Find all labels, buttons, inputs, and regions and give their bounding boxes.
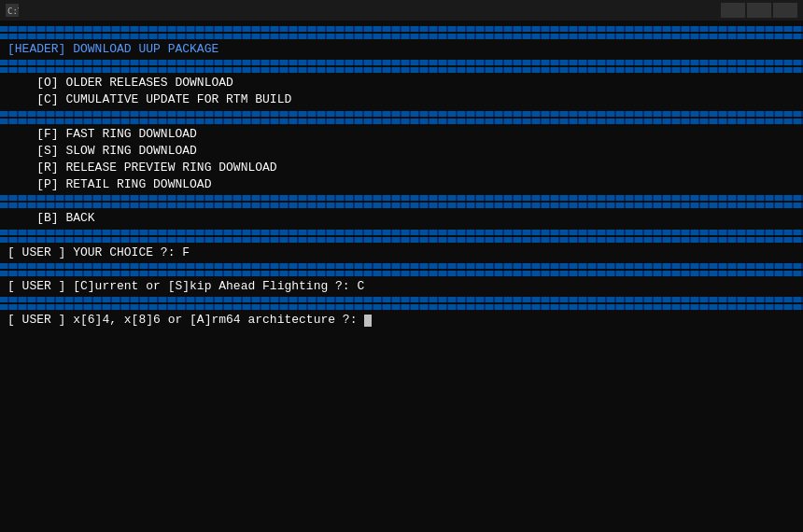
header-line: [HEADER] DOWNLOAD UUP PACKAGE (0, 41, 803, 58)
separator-line (0, 119, 803, 124)
option-line: [O] OLDER RELEASES DOWNLOAD (0, 75, 803, 91)
separator-line (0, 26, 803, 32)
title-bar: C:\ (0, 0, 803, 21)
terminal: [HEADER] DOWNLOAD UUP PACKAGE [O] OLDER … (0, 21, 803, 532)
close-button[interactable] (773, 3, 797, 18)
cursor (364, 315, 372, 327)
option-line: [R] RELEASE PREVIEW RING DOWNLOAD (0, 160, 803, 176)
window: C:\ [HEADER] DOWNLOAD UUP PACKAGE [O] OL… (0, 0, 803, 532)
option-line: [C] CUMULATIVE UPDATE FOR RTM BUILD (0, 91, 803, 108)
separator-line (0, 34, 803, 39)
separator-line (0, 263, 803, 269)
maximize-button[interactable] (747, 3, 771, 18)
option-line: [S] SLOW RING DOWNLOAD (0, 143, 803, 160)
separator-line (0, 230, 803, 235)
prompt-line: [ USER ] x[6]4, x[8]6 or [A]rm64 archite… (0, 312, 803, 329)
option-line: [F] FAST RING DOWNLOAD (0, 126, 803, 143)
svg-text:C:\: C:\ (7, 7, 19, 16)
minimize-button[interactable] (721, 3, 745, 18)
separator-line (0, 297, 803, 302)
separator-line (0, 271, 803, 276)
separator-line (0, 237, 803, 243)
input-line: [ USER ] [C]urrent or [S]kip Ahead Fligh… (0, 278, 803, 295)
separator-line (0, 67, 803, 73)
title-bar-controls (721, 3, 797, 18)
separator-line (0, 304, 803, 310)
separator-line (0, 195, 803, 201)
separator-line (0, 203, 803, 208)
separator-line (0, 111, 803, 117)
title-bar-left: C:\ (6, 4, 24, 17)
option-line: [P] RETAIL RING DOWNLOAD (0, 176, 803, 193)
terminal-icon: C:\ (6, 4, 19, 17)
input-line: [ USER ] YOUR CHOICE ?: F (0, 245, 803, 261)
separator-line (0, 60, 803, 65)
option-line: [B] BACK (0, 210, 803, 227)
